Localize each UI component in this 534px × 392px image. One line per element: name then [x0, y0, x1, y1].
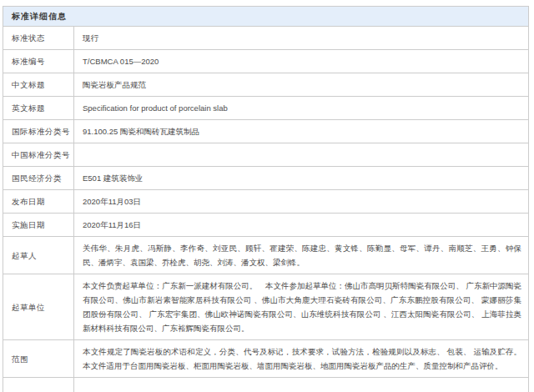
row-value	[74, 143, 529, 167]
row-value: 91.100.25 陶瓷和陶砖瓦建筑制品	[74, 120, 529, 143]
row-value: 2020年11月03日	[74, 190, 529, 214]
table-row: 中文标题陶瓷岩板产品规范	[3, 73, 529, 97]
row-label	[3, 378, 74, 392]
row-label: 起草单位	[3, 274, 74, 340]
row-value: 本文件规定了陶瓷岩板的术语和定义，分类、代号及标记，技术要求，试验方法，检验规则…	[74, 340, 529, 378]
row-value	[74, 378, 529, 392]
row-value: 现行	[74, 27, 529, 50]
table-row: 起草人关伟华、朱月虎、冯斯静、李作奇、刘亚民、顾轩、霍建荣、陈建忠、黄文锋、陈勤…	[3, 237, 529, 274]
row-label: 标准编号	[3, 50, 74, 73]
row-value: 关伟华、朱月虎、冯斯静、李作奇、刘亚民、顾轩、霍建荣、陈建忠、黄文锋、陈勤显、母…	[74, 237, 529, 274]
row-label: 标准状态	[3, 27, 74, 50]
row-value: 陶瓷岩板产品规范	[74, 73, 529, 97]
row-label: 国民经济分类	[3, 167, 74, 190]
row-label: 起草人	[3, 237, 74, 274]
table-row: 中国标准分类号	[3, 143, 529, 167]
table-row: 范围本文件规定了陶瓷岩板的术语和定义，分类、代号及标记，技术要求，试验方法，检验…	[3, 340, 529, 378]
table-row: 实施日期2020年11月16日	[3, 214, 529, 237]
table-row: 标准状态现行	[3, 27, 529, 50]
row-value: E501 建筑装饰业	[74, 167, 529, 190]
table-row: 起草单位本文件负责起草单位：广东新一派建材有限公司。 本文件参加起草单位：佛山市…	[3, 274, 529, 340]
table-row	[3, 378, 529, 392]
panel-title: 标准详细信息	[3, 6, 529, 26]
table-row: 国民经济分类E501 建筑装饰业	[3, 167, 529, 190]
row-value: Specification for product of porcelain s…	[74, 97, 529, 120]
row-label: 实施日期	[3, 214, 74, 237]
row-label: 发布日期	[3, 190, 74, 214]
standard-detail-page: 标准详细信息 标准状态现行标准编号T/CBMCA 015—2020中文标题陶瓷岩…	[3, 6, 529, 392]
row-label: 中文标题	[3, 73, 74, 97]
row-value: 2020年11月16日	[74, 214, 529, 237]
table-row: 国际标准分类号91.100.25 陶瓷和陶砖瓦建筑制品	[3, 120, 529, 143]
standard-detail-table: 标准状态现行标准编号T/CBMCA 015—2020中文标题陶瓷岩板产品规范英文…	[3, 26, 529, 392]
row-value: 本文件负责起草单位：广东新一派建材有限公司。 本文件参加起草单位：佛山市高明贝斯…	[74, 274, 529, 340]
standard-table-body: 标准状态现行标准编号T/CBMCA 015—2020中文标题陶瓷岩板产品规范英文…	[3, 27, 529, 392]
table-row: 英文标题Specification for product of porcela…	[3, 97, 529, 120]
row-label: 国际标准分类号	[3, 120, 74, 143]
row-label: 范围	[3, 340, 74, 378]
row-value: T/CBMCA 015—2020	[74, 50, 529, 73]
row-label: 英文标题	[3, 97, 74, 120]
table-row: 标准编号T/CBMCA 015—2020	[3, 50, 529, 73]
row-label: 中国标准分类号	[3, 143, 74, 167]
table-row: 发布日期2020年11月03日	[3, 190, 529, 214]
